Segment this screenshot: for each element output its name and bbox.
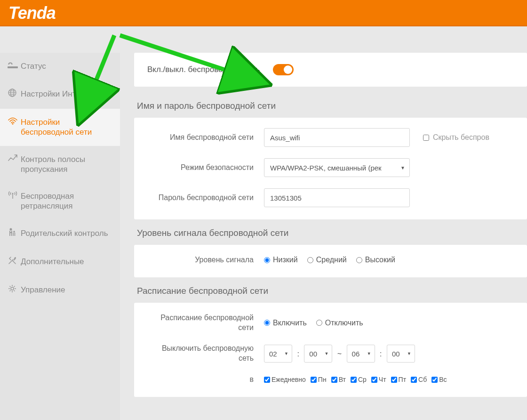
sidebar-item-parental[interactable]: Родительский контроль <box>0 220 120 248</box>
signal-card: Уровень сигнала Низкий Средний Высокий <box>134 245 527 277</box>
svg-point-9 <box>10 228 12 230</box>
sidebar-item-label: Настройки беспроводной сети <box>21 117 112 137</box>
sidebar-item-label: Управление <box>21 285 112 295</box>
sidebar-item-bandwidth[interactable]: Контроль полосы пропускания <box>0 146 120 183</box>
day-check-wed[interactable]: Ср <box>351 376 367 383</box>
time-tilde: ~ <box>337 350 342 358</box>
time-colon: : <box>297 350 299 358</box>
schedule-radio-off[interactable]: Отключить <box>316 319 363 327</box>
tools-icon <box>8 256 21 268</box>
time-from-hour[interactable]: 02 <box>264 345 292 363</box>
day-check-thu[interactable]: Чт <box>371 376 386 383</box>
schedule-enable-label: Расписание беспроводной сети <box>147 313 264 333</box>
day-check-tue[interactable]: Вт <box>331 376 346 383</box>
svg-point-6 <box>12 123 14 125</box>
security-label: Режим безопасности <box>147 163 264 173</box>
time-from-min[interactable]: 00 <box>304 345 332 363</box>
sidebar-item-internet[interactable]: Настройки Интернета <box>0 81 120 109</box>
ssid-label: Имя беспроводной сети <box>147 133 264 143</box>
main-content: Вкл./выкл. беспроводную сеть Имя и парол… <box>120 53 527 420</box>
sidebar-item-label: Родительский контроль <box>21 228 112 238</box>
sidebar-item-relay[interactable]: Беспроводная ретрансляция <box>0 183 120 220</box>
brand-logo: Tenda <box>8 3 56 23</box>
password-label: Пароль беспроводной сети <box>147 193 264 203</box>
turnoff-label: Выключить беспроводную сеть <box>147 344 264 363</box>
day-check-sat[interactable]: Сб <box>411 376 427 383</box>
security-select[interactable]: WPA/WPA2-PSK, смешанный (рек <box>264 158 410 177</box>
signal-radio-low[interactable]: Низкий <box>264 256 298 264</box>
svg-point-11 <box>11 287 14 290</box>
sidebar: Статус Настройки Интернета Настройки бес… <box>0 53 120 420</box>
sidebar-item-status[interactable]: Статус <box>0 53 120 81</box>
wireless-toggle-label: Вкл./выкл. беспроводную сеть <box>147 65 260 74</box>
chart-icon <box>8 153 21 165</box>
antenna-icon <box>8 190 21 202</box>
day-check-fri[interactable]: Пт <box>391 376 406 383</box>
day-check-daily[interactable]: Ежедневно <box>264 376 306 383</box>
signal-radio-high[interactable]: Высокий <box>356 256 395 264</box>
network-section-title: Имя и пароль беспроводной сети <box>137 101 527 111</box>
signal-radio-mid[interactable]: Средний <box>307 256 347 264</box>
schedule-card: Расписание беспроводной сети Включить От… <box>134 303 527 397</box>
password-input[interactable] <box>264 188 410 207</box>
sidebar-item-wireless[interactable]: Настройки беспроводной сети <box>0 109 120 146</box>
sidebar-item-advanced[interactable]: Дополнительные <box>0 248 120 276</box>
wireless-toggle[interactable] <box>273 64 294 75</box>
svg-point-10 <box>13 231 15 233</box>
day-check-sun[interactable]: Вс <box>431 376 447 383</box>
sidebar-item-label: Настройки Интернета <box>21 89 112 99</box>
svg-rect-0 <box>8 66 18 68</box>
signal-icon <box>8 60 21 72</box>
time-to-min[interactable]: 00 <box>387 345 415 363</box>
hide-ssid-text: Скрыть беспров <box>433 133 489 142</box>
hide-ssid-input[interactable] <box>423 135 429 141</box>
ssid-input[interactable] <box>264 128 410 147</box>
sidebar-item-label: Беспроводная ретрансляция <box>21 191 112 211</box>
globe-icon <box>8 88 21 100</box>
days-prefix: в <box>147 375 264 385</box>
time-colon2: : <box>380 350 382 358</box>
parent-icon <box>8 227 21 240</box>
sidebar-item-label: Контроль полосы пропускания <box>21 154 112 175</box>
wifi-icon <box>8 116 21 128</box>
wireless-toggle-card: Вкл./выкл. беспроводную сеть <box>134 53 527 87</box>
gear-icon <box>8 284 21 296</box>
header-bar: Tenda <box>0 0 527 26</box>
signal-level-label: Уровень сигнала <box>147 255 264 265</box>
time-to-hour[interactable]: 06 <box>347 345 375 363</box>
day-check-mon[interactable]: Пн <box>311 376 327 383</box>
sidebar-item-management[interactable]: Управление <box>0 276 120 305</box>
schedule-section-title: Расписание беспроводной сети <box>137 286 527 296</box>
hide-ssid-checkbox[interactable]: Скрыть беспров <box>423 133 489 142</box>
sidebar-item-label: Дополнительные <box>21 257 112 267</box>
sidebar-item-label: Статус <box>21 61 112 71</box>
network-card: Имя беспроводной сети Скрыть беспров Реж… <box>134 118 527 219</box>
signal-section-title: Уровень сигнала беспроводной сети <box>137 228 527 238</box>
schedule-radio-on[interactable]: Включить <box>264 319 307 327</box>
